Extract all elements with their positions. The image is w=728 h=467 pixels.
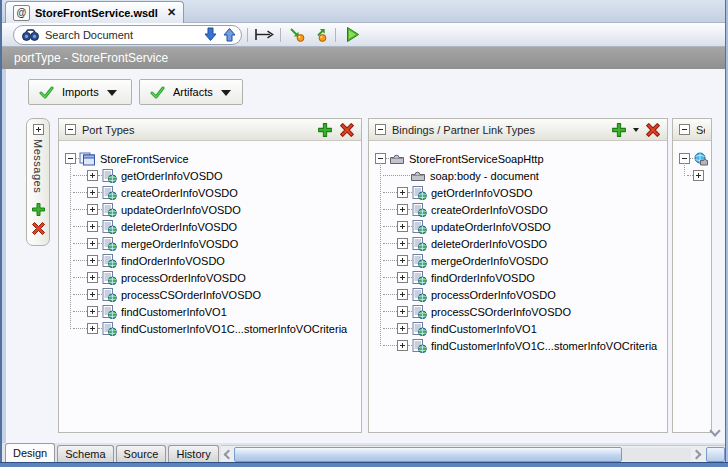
expand-icon[interactable]: [87, 289, 98, 300]
editor-bottom-bar: Design Schema Source History: [2, 443, 725, 462]
scrollbar-track[interactable]: [622, 448, 691, 461]
tree-item-operation[interactable]: getOrderInfoVOSDO: [383, 184, 665, 201]
scrollbar-thumb[interactable]: [234, 447, 622, 462]
add-icon[interactable]: [31, 202, 46, 217]
tree-item-operation[interactable]: processCSOrderInfoVOSDO: [73, 286, 359, 303]
tree-item-label: processCSOrderInfoVOSDO: [431, 306, 571, 318]
collapse-icon[interactable]: [375, 124, 386, 135]
operation-icon: [412, 237, 427, 251]
expand-icon[interactable]: [693, 170, 704, 181]
expand-icon[interactable]: [397, 255, 408, 266]
secondary-scrollbar-thumb[interactable]: [706, 447, 725, 462]
tree-connector: [73, 260, 87, 262]
tab-history[interactable]: History: [168, 445, 218, 462]
tree-item-operation[interactable]: processOrderInfoVOSDO: [73, 269, 359, 286]
tab-schema[interactable]: Schema: [57, 445, 113, 462]
expand-icon[interactable]: [87, 170, 98, 181]
scroll-down-button[interactable]: [708, 425, 722, 439]
tree-item-label: mergeOrderInfoVOSDO: [121, 238, 238, 250]
expand-icon[interactable]: [397, 204, 408, 215]
expand-icon[interactable]: [397, 289, 408, 300]
generate-to-source-button[interactable]: [286, 25, 308, 45]
tree-item-port[interactable]: [687, 167, 709, 184]
document-tab[interactable]: @ StoreFrontService.wsdl ✕: [5, 1, 184, 23]
tree-item-label: processCSOrderInfoVOSDO: [121, 289, 261, 301]
expand-icon[interactable]: [87, 306, 98, 317]
tree-item-operation[interactable]: processCSOrderInfoVOSDO: [383, 303, 665, 320]
artifacts-dropdown-button[interactable]: Artifacts: [139, 79, 243, 105]
tree-item-label: deleteOrderInfoVOSDO: [121, 221, 237, 233]
expand-icon[interactable]: [397, 221, 408, 232]
tree-item-operation[interactable]: getOrderInfoVOSDO: [73, 167, 359, 184]
expand-icon[interactable]: [397, 323, 408, 334]
tree-item-label: createOrderInfoVOSDO: [431, 204, 548, 216]
tree-item-operation[interactable]: deleteOrderInfoVOSDO: [73, 218, 359, 235]
expand-icon[interactable]: [87, 255, 98, 266]
expand-icon[interactable]: [87, 272, 98, 283]
tree-connector: [73, 294, 87, 296]
expand-icon[interactable]: [397, 187, 408, 198]
close-icon[interactable]: ✕: [167, 6, 176, 19]
expand-icon[interactable]: [397, 272, 408, 283]
tree-item-operation[interactable]: processOrderInfoVOSDO: [383, 286, 665, 303]
tree-item-operation[interactable]: createOrderInfoVOSDO: [73, 184, 359, 201]
generate-from-source-button[interactable]: [308, 25, 330, 45]
expand-icon[interactable]: [87, 204, 98, 215]
tab-source[interactable]: Source: [116, 445, 167, 462]
tree-item-operation[interactable]: findCustomerInfoVO1C...stomerInfoVOCrite…: [383, 337, 665, 354]
expand-icon[interactable]: [87, 323, 98, 334]
messages-collapsed-panel[interactable]: Messages: [26, 118, 50, 246]
expand-icon[interactable]: [397, 238, 408, 249]
find-previous-button[interactable]: [223, 27, 236, 42]
services-tree: [673, 141, 711, 184]
tree-item-operation[interactable]: mergeOrderInfoVOSDO: [383, 252, 665, 269]
search-input[interactable]: Search Document: [13, 25, 242, 45]
tree-item-operation[interactable]: mergeOrderInfoVOSDO: [73, 235, 359, 252]
tree-connector: [383, 260, 397, 262]
expand-icon[interactable]: [87, 238, 98, 249]
expand-icon[interactable]: [87, 187, 98, 198]
delete-icon[interactable]: [339, 122, 355, 138]
add-icon[interactable]: [611, 122, 627, 138]
horizontal-scrollbar[interactable]: [221, 445, 725, 462]
create-port-button[interactable]: [253, 25, 275, 45]
tree-item-operation[interactable]: findOrderInfoVOSDO: [73, 252, 359, 269]
delete-icon[interactable]: [645, 122, 661, 138]
find-next-button[interactable]: [204, 27, 217, 42]
arrow-up-icon: [223, 27, 236, 42]
tree-item-operation[interactable]: updateOrderInfoVOSDO: [73, 201, 359, 218]
operation-icon: [412, 186, 427, 200]
scroll-right-button[interactable]: [691, 446, 704, 462]
toolbar-separator: [247, 28, 248, 42]
tree-item-operation[interactable]: updateOrderInfoVOSDO: [383, 218, 665, 235]
tree-item-operation[interactable]: findCustomerInfoVO1C...stomerInfoVOCrite…: [73, 320, 359, 337]
tree-root-binding[interactable]: StoreFrontServiceSoapHttp: [375, 150, 665, 167]
tree-item-operation[interactable]: createOrderInfoVOSDO: [383, 201, 665, 218]
tree-item-operation[interactable]: findCustomerInfoVO1: [383, 320, 665, 337]
wsdl-editor-window: @ StoreFrontService.wsdl ✕ Search Docume…: [0, 0, 728, 467]
bindings-panel: Bindings / Partner Link Types: [368, 118, 668, 433]
run-button[interactable]: [341, 25, 363, 45]
tree-item-operation[interactable]: findCustomerInfoVO1: [73, 303, 359, 320]
tree-item-soap-body[interactable]: soap:body - document: [383, 167, 665, 184]
scroll-left-button[interactable]: [221, 446, 234, 462]
delete-icon[interactable]: [31, 221, 46, 236]
tree-children: getOrderInfoVOSDO createOrderInfoVOSDO u…: [73, 167, 359, 337]
expand-icon[interactable]: [397, 340, 408, 351]
collapse-icon[interactable]: [65, 124, 76, 135]
tree-root-porttype[interactable]: StoreFrontService: [65, 150, 359, 167]
chevron-left-icon: [223, 449, 233, 459]
tab-design[interactable]: Design: [5, 443, 55, 462]
expand-icon[interactable]: [87, 221, 98, 232]
soap-binding-icon: [410, 170, 426, 182]
chevron-down-icon[interactable]: [633, 128, 639, 135]
add-icon[interactable]: [317, 122, 333, 138]
tree-item-operation[interactable]: findOrderInfoVOSDO: [383, 269, 665, 286]
expand-icon[interactable]: [33, 124, 44, 135]
expand-icon[interactable]: [397, 306, 408, 317]
tree-item-operation[interactable]: deleteOrderInfoVOSDO: [383, 235, 665, 252]
check-icon: [150, 86, 165, 99]
imports-dropdown-button[interactable]: Imports: [28, 79, 132, 105]
tree-connector: [383, 226, 397, 228]
collapse-icon[interactable]: [679, 124, 690, 135]
